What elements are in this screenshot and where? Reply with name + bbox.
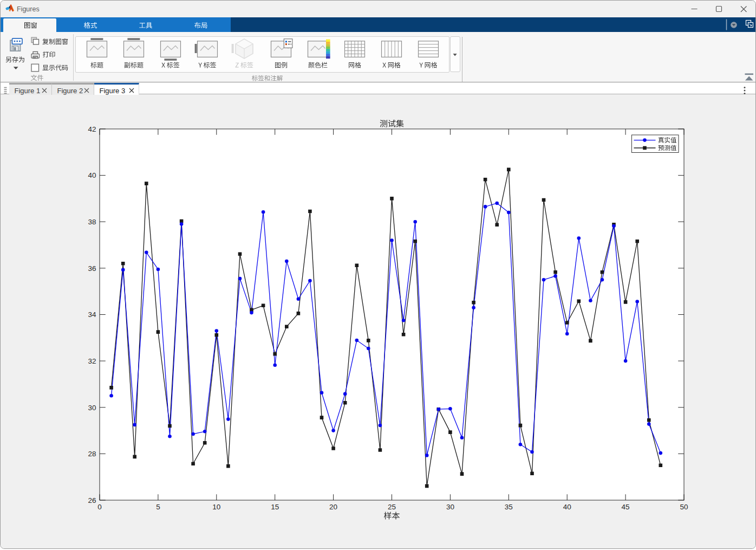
svg-text:34: 34 xyxy=(88,310,96,319)
svg-text:38: 38 xyxy=(88,218,96,226)
svg-text:45: 45 xyxy=(622,503,630,511)
svg-text:40: 40 xyxy=(563,503,571,511)
svg-text:30: 30 xyxy=(446,503,454,511)
svg-text:15: 15 xyxy=(271,503,279,511)
svg-text:50: 50 xyxy=(680,503,688,511)
svg-text:0: 0 xyxy=(97,503,102,511)
svg-text:32: 32 xyxy=(88,357,96,365)
svg-text:26: 26 xyxy=(88,496,96,504)
svg-text:25: 25 xyxy=(388,503,396,511)
svg-text:42: 42 xyxy=(88,125,96,133)
svg-text:35: 35 xyxy=(505,503,513,511)
svg-text:28: 28 xyxy=(88,450,96,458)
svg-text:10: 10 xyxy=(212,503,220,511)
svg-text:40: 40 xyxy=(88,171,96,179)
svg-text:5: 5 xyxy=(156,503,160,511)
svg-text:36: 36 xyxy=(88,264,96,273)
svg-text:30: 30 xyxy=(88,404,96,412)
svg-text:20: 20 xyxy=(329,503,337,511)
